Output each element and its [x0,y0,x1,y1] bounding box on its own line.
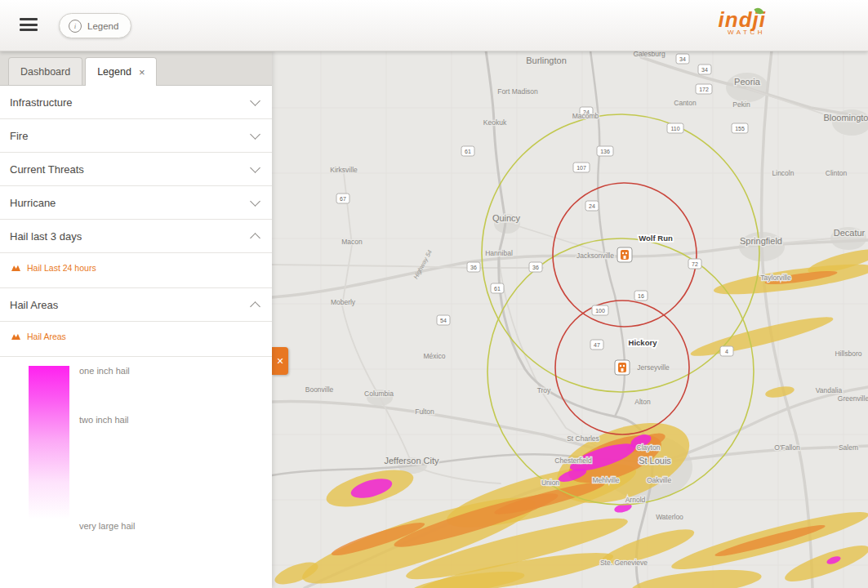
map-city-label: St Charles [567,434,599,443]
svg-text:100: 100 [595,308,605,314]
map-city-label: Peoria [734,77,761,87]
svg-text:54: 54 [440,318,447,323]
map-city-label: Clayton [637,443,661,452]
map-city-label: Columbia [364,390,394,398]
map-city-label: Jerseyville [637,363,670,372]
map-city-label: O'Fallon [774,443,800,452]
map-city-label: Salem [839,443,858,452]
road-shield: 100 [592,305,608,315]
svg-text:34: 34 [679,56,686,62]
hail-scale-label: two inch hail [79,415,129,425]
road-shield: 172 [696,84,712,94]
section-label: Hail last 3 days [10,230,82,243]
map-city-label: Alton [634,398,651,406]
layer-item-label: Hail Last 24 hours [27,263,96,273]
map-city-label: Lincoln [772,169,795,177]
map-city-label: Decatur [834,228,866,238]
map-city-label: Taylorville [760,274,791,282]
hail-layer-icon [11,265,20,271]
road-shield: 61 [461,146,474,156]
site-marker-label: Wolf Run [639,234,673,243]
legend-section-infrastructure[interactable]: Infrastructure [0,86,272,119]
map-city-label: Jefferson City [384,456,439,466]
map-city-label: Vandalia [816,386,843,394]
layer-item-label: Hail Areas [27,332,66,341]
menu-icon[interactable] [20,18,38,33]
section-content-hail-areas: Hail Areas [0,322,272,357]
section-label: Hurricane [10,197,56,209]
hail-scale: one inch hailtwo inch hailvery large hai… [29,366,261,537]
tab-label: Dashboard [20,66,70,78]
svg-text:72: 72 [692,261,698,267]
indji-watch-logo: indji WATCH [719,9,766,36]
layer-item-hail-areas[interactable]: Hail Areas [11,332,272,341]
road-shield: 4 [720,346,733,356]
map-city-label: Moberly [331,298,356,306]
svg-text:34: 34 [701,67,708,73]
map-city-label: Hillsboro [835,350,861,358]
map-city-label: Waterloo [656,513,683,521]
legend-section-hurricane[interactable]: Hurricane [0,186,272,220]
svg-text:47: 47 [594,342,600,348]
sidebar-collapse-handle[interactable]: ✕ [272,347,288,375]
hail-scale-label: very large hail [79,521,135,531]
chevron-down-icon [250,196,260,207]
map-city-label: Kirksville [330,166,358,174]
road-shield: 155 [732,123,748,133]
hail-scale-gradient [29,366,69,532]
road-shield: 54 [437,315,450,325]
map-city-label: Fort Madison [497,87,538,96]
map-city-label: Hannibal [485,249,513,257]
legend-toggle-button[interactable]: i Legend [59,13,131,38]
site-marker-wolf-run[interactable]: Wolf Run [617,234,673,262]
map-city-label: Boonville [305,385,334,394]
map-city-label: St Louis [639,456,671,466]
road-shield: 136 [597,146,613,156]
svg-text:36: 36 [532,265,539,270]
legend-section-fire[interactable]: Fire [0,119,272,153]
legend-section-current-threats[interactable]: Current Threats [0,153,272,186]
info-icon: i [69,20,82,33]
chevron-down-icon [250,96,260,106]
sidebar: DashboardLegend× InfrastructureFireCurre… [0,51,272,588]
map-city-label: Macon [341,238,363,246]
tab-dashboard[interactable]: Dashboard [8,57,82,85]
map-city-label: Galesburg [633,51,665,58]
svg-text:16: 16 [638,293,644,299]
chevron-down-icon [250,163,260,173]
legend-section-hail-last-3-days[interactable]: Hail last 3 days [0,220,272,253]
svg-text:136: 136 [600,149,610,154]
svg-text:24: 24 [589,203,595,209]
map-city-label: Burlington [526,56,567,65]
section-label: Hail Areas [10,299,58,311]
map-city-label: Clinton [826,169,848,177]
map[interactable]: 3434246113611015517267363661241075472100… [272,51,868,588]
road-shield: 67 [336,194,349,203]
road-shield: 24 [585,201,599,211]
map-city-label: Arnold [625,496,646,504]
road-shield: 34 [698,65,711,74]
tab-legend[interactable]: Legend× [85,57,157,86]
road-name-label: Highway 54 [412,248,434,280]
svg-text:61: 61 [465,149,471,154]
close-tab-icon[interactable]: × [139,67,145,78]
map-city-label: Greenville [838,394,868,403]
road-shield: 47 [590,340,603,350]
tab-label: Legend [97,66,131,78]
svg-text:155: 155 [735,126,745,131]
map-city-label: Pekin [732,100,750,109]
map-city-label: Troy [537,386,551,394]
svg-text:107: 107 [576,165,586,171]
map-city-label: Union [541,479,559,487]
legend-section-hail-areas[interactable]: Hail Areas [0,288,272,322]
svg-text:172: 172 [699,87,709,92]
road-shield: 16 [634,291,648,301]
legend-sections: InfrastructureFireCurrent ThreatsHurrica… [0,86,272,357]
layer-item-hail-last-24-hours[interactable]: Hail Last 24 hours [11,263,272,273]
sidebar-tab-bar: DashboardLegend× [0,51,272,86]
legend-button-label: Legend [87,21,118,31]
road-shield: 36 [529,262,542,272]
map-city-label: Keokuk [483,118,507,127]
map-city-label: Canton [674,99,697,107]
section-label: Fire [10,130,28,142]
